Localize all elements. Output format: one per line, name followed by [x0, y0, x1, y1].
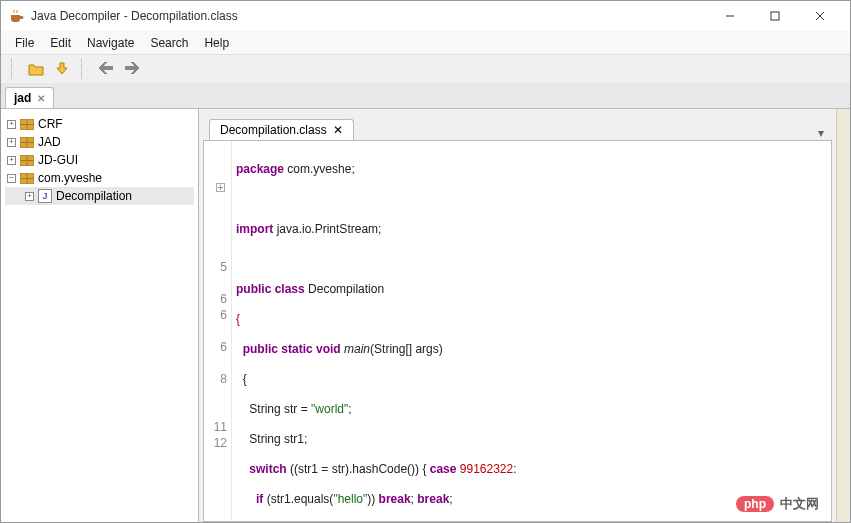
project-tabstrip: jad ✕ [1, 83, 850, 109]
tree-label: JAD [38, 135, 61, 149]
tree-label: com.yveshe [38, 171, 102, 185]
tree-item-comyveshe[interactable]: − com.yveshe [5, 169, 194, 187]
tree-label: JD-GUI [38, 153, 78, 167]
expand-icon[interactable]: + [7, 138, 16, 147]
close-icon[interactable]: ✕ [333, 123, 343, 137]
expand-icon[interactable]: + [7, 156, 16, 165]
nav-back-icon[interactable]: 🡰 [95, 58, 117, 80]
svg-rect-1 [771, 12, 779, 20]
code-editor[interactable]: + 5 6 6 6 8 11 12 pack [203, 141, 832, 522]
menu-edit[interactable]: Edit [42, 33, 79, 53]
package-icon [20, 155, 34, 166]
workspace: + CRF + JAD + JD-GUI − com.yveshe + J De… [1, 109, 850, 522]
right-gutter [836, 109, 850, 522]
collapse-icon[interactable]: − [7, 174, 16, 183]
menu-file[interactable]: File [7, 33, 42, 53]
editor-pane: Decompilation.class ✕ ▾ + 5 6 6 6 [199, 109, 836, 522]
menu-bar: File Edit Navigate Search Help [1, 31, 850, 55]
tree-item-crf[interactable]: + CRF [5, 115, 194, 133]
maximize-button[interactable] [752, 1, 797, 31]
toolbar: 🡰 🡲 [1, 55, 850, 83]
package-icon [20, 119, 34, 130]
watermark-text: 中文网 [780, 495, 819, 513]
tree-item-decompilation[interactable]: + J Decompilation [5, 187, 194, 205]
editor-tabstrip: Decompilation.class ✕ ▾ [203, 117, 832, 141]
tree-label: Decompilation [56, 189, 132, 203]
titlebar: Java Decompiler - Decompilation.class [1, 1, 850, 31]
tab-label: jad [14, 91, 31, 105]
toolbar-grip [11, 59, 17, 79]
minimize-button[interactable] [707, 1, 752, 31]
editor-tab-label: Decompilation.class [220, 123, 327, 137]
tab-jad[interactable]: jad ✕ [5, 87, 54, 108]
nav-forward-icon[interactable]: 🡲 [121, 58, 143, 80]
watermark: php 中文网 [736, 495, 819, 513]
package-explorer: + CRF + JAD + JD-GUI − com.yveshe + J De… [1, 109, 199, 522]
class-icon: J [38, 189, 52, 203]
close-icon[interactable]: ✕ [37, 93, 45, 104]
package-icon [20, 137, 34, 148]
tree-item-jdgui[interactable]: + JD-GUI [5, 151, 194, 169]
package-icon [20, 173, 34, 184]
code-body[interactable]: package com.yveshe; import java.io.Print… [232, 141, 831, 521]
tree-item-jad[interactable]: + JAD [5, 133, 194, 151]
editor-menu-icon[interactable]: ▾ [810, 126, 832, 140]
watermark-badge: php [736, 496, 774, 512]
app-icon [9, 8, 25, 24]
menu-search[interactable]: Search [142, 33, 196, 53]
editor-tab[interactable]: Decompilation.class ✕ [209, 119, 354, 140]
gutter: + 5 6 6 6 8 11 12 [204, 141, 232, 521]
toolbar-sep [81, 59, 87, 79]
save-icon[interactable] [51, 58, 73, 80]
menu-help[interactable]: Help [196, 33, 237, 53]
tree-label: CRF [38, 117, 63, 131]
fold-icon[interactable]: + [216, 183, 225, 192]
expand-icon[interactable]: + [25, 192, 34, 201]
menu-navigate[interactable]: Navigate [79, 33, 142, 53]
expand-icon[interactable]: + [7, 120, 16, 129]
window-title: Java Decompiler - Decompilation.class [31, 9, 707, 23]
open-file-icon[interactable] [25, 58, 47, 80]
close-button[interactable] [797, 1, 842, 31]
